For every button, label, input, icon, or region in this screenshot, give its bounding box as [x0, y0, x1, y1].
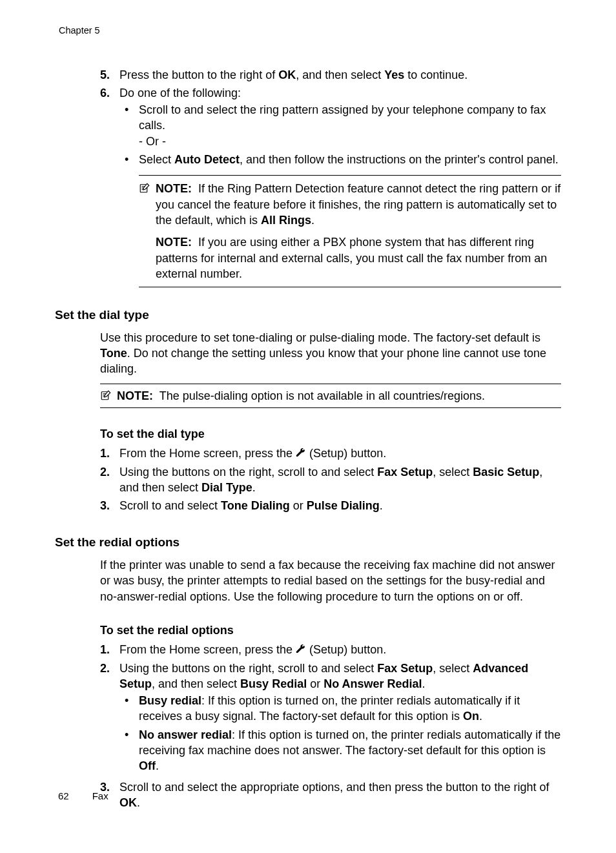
text-bold: No Answer Redial	[323, 677, 422, 690]
footer-section: Fax	[92, 790, 108, 801]
note-block: NOTE: The pulse-dialing option is not av…	[100, 384, 561, 408]
text: .	[137, 796, 140, 809]
text-bold: Yes	[384, 68, 404, 81]
chapter-header: Chapter 5	[59, 25, 561, 37]
paragraph: If the printer was unable to send a fax …	[100, 557, 561, 604]
note-icon-column	[139, 181, 156, 282]
page-footer: 62Fax	[58, 790, 108, 803]
text-bold: All Rings	[261, 214, 311, 227]
main-content: 5. Press the button to the right of OK, …	[100, 67, 561, 288]
item-body: Scroll to and select the ring pattern as…	[139, 102, 561, 149]
list-item: 6. Do one of the following: • Scroll to …	[100, 85, 561, 287]
text: If you are using either a PBX phone syst…	[156, 236, 547, 280]
bullet-list: • Scroll to and select the ring pattern …	[119, 102, 561, 167]
item-number: 6.	[100, 85, 119, 287]
wrench-icon	[296, 448, 306, 458]
text: (Setup) button.	[306, 643, 386, 656]
text: Scroll to and select	[119, 499, 221, 512]
item-body: From the Home screen, press the (Setup) …	[119, 446, 561, 461]
item-body: Select Auto Detect, and then follow the …	[139, 152, 561, 167]
item-number: 2.	[100, 464, 119, 496]
paragraph: Use this procedure to set tone-dialing o…	[100, 330, 561, 377]
item-body: Do one of the following: • Scroll to and…	[119, 85, 561, 287]
bullet-list: • Busy redial: If this option is turned …	[119, 693, 561, 774]
text: , and then select	[152, 677, 240, 690]
bullet: •	[119, 693, 139, 725]
list-item: 3. Scroll to and select the appropriate …	[100, 779, 561, 811]
text: Using the buttons on the right, scroll t…	[119, 662, 377, 675]
text-bold: On	[463, 710, 479, 723]
item-body: Scroll to and select the appropriate opt…	[119, 779, 561, 811]
text: Do one of the following:	[119, 85, 561, 101]
ordered-list-dial: 1. From the Home screen, press the (Setu…	[100, 446, 561, 513]
note-label: NOTE:	[156, 236, 192, 249]
text-bold: Pulse Dialing	[307, 499, 380, 512]
text: Use this procedure to set tone-dialing o…	[100, 331, 540, 344]
procedure-title: To set the dial type	[100, 426, 561, 442]
note-row: NOTE: The pulse-dialing option is not av…	[100, 388, 561, 404]
text: , and then select	[296, 68, 384, 81]
note-text: NOTE: If the Ring Pattern Detection feat…	[156, 181, 561, 282]
item-body: From the Home screen, press the (Setup) …	[119, 642, 561, 657]
note-icon	[139, 182, 156, 194]
list-item: 1. From the Home screen, press the (Setu…	[100, 642, 561, 657]
text: Scroll to and select the ring pattern as…	[139, 102, 561, 134]
bullet: •	[119, 102, 139, 149]
list-item: • Select Auto Detect, and then follow th…	[119, 152, 561, 167]
text-bold: Dial Type	[201, 481, 252, 494]
item-body: No answer redial: If this option is turn…	[139, 727, 561, 774]
list-item: 1. From the Home screen, press the (Setu…	[100, 446, 561, 461]
note-block: NOTE: If the Ring Pattern Detection feat…	[139, 175, 561, 287]
text: , and then follow the instructions on th…	[240, 153, 559, 166]
text: (Setup) button.	[306, 447, 386, 460]
text-bold: Fax Setup	[377, 662, 433, 675]
list-item: 5. Press the button to the right of OK, …	[100, 67, 561, 83]
text: .	[156, 759, 159, 772]
text: If the Ring Pattern Detection feature ca…	[156, 182, 560, 227]
list-item: • No answer redial: If this option is tu…	[119, 727, 561, 774]
item-body: Press the button to the right of OK, and…	[119, 67, 561, 83]
text: Press the button to the right of	[119, 68, 278, 81]
text-bold: Fax Setup	[377, 466, 433, 478]
text: .	[311, 214, 314, 227]
procedure-title: To set the redial options	[100, 622, 561, 638]
text: Scroll to and select the appropriate opt…	[119, 781, 549, 794]
note-text: NOTE: The pulse-dialing option is not av…	[117, 388, 561, 404]
text-line: Using the buttons on the right, scroll t…	[119, 661, 561, 692]
text: , select	[433, 662, 473, 675]
note-paragraph: NOTE: If you are using either a PBX phon…	[156, 234, 561, 282]
note-paragraph: NOTE: If the Ring Pattern Detection feat…	[156, 181, 561, 228]
item-body: Busy redial: If this option is turned on…	[139, 693, 561, 725]
text: or	[307, 677, 323, 690]
text-bold: OK	[119, 796, 137, 809]
text-bold: No answer redial	[139, 728, 232, 741]
ordered-list-redial: 1. From the Home screen, press the (Setu…	[100, 642, 561, 810]
note-row: NOTE: If the Ring Pattern Detection feat…	[139, 181, 561, 282]
item-body: Scroll to and select Tone Dialing or Pul…	[119, 498, 561, 513]
wrench-icon	[296, 644, 306, 655]
text-bold: Tone	[100, 347, 127, 360]
list-item: • Scroll to and select the ring pattern …	[119, 102, 561, 149]
bullet: •	[119, 152, 139, 167]
text-bold: Off	[139, 759, 156, 772]
text: . Do not change the setting unless you k…	[100, 347, 546, 375]
text: to continue.	[404, 68, 467, 81]
item-body: Using the buttons on the right, scroll t…	[119, 464, 561, 496]
item-number: 5.	[100, 67, 119, 83]
note-label: NOTE:	[117, 389, 153, 402]
ordered-list-top: 5. Press the button to the right of OK, …	[100, 67, 561, 288]
list-item: • Busy redial: If this option is turned …	[119, 693, 561, 725]
text: .	[422, 677, 426, 690]
text: Using the buttons on the right, scroll t…	[119, 466, 377, 478]
text: or	[290, 499, 307, 512]
note-label: NOTE:	[156, 182, 192, 195]
note-icon-column	[100, 388, 117, 404]
item-number: 2.	[100, 661, 119, 777]
section-dial-type: Use this procedure to set tone-dialing o…	[100, 330, 561, 514]
text: - Or -	[139, 134, 561, 149]
text: .	[380, 499, 383, 512]
text-bold: Tone Dialing	[221, 499, 290, 512]
text-bold: Busy Redial	[240, 677, 307, 690]
text: The pulse-dialing option is not availabl…	[159, 389, 485, 402]
list-item: 2. Using the buttons on the right, scrol…	[100, 464, 561, 496]
